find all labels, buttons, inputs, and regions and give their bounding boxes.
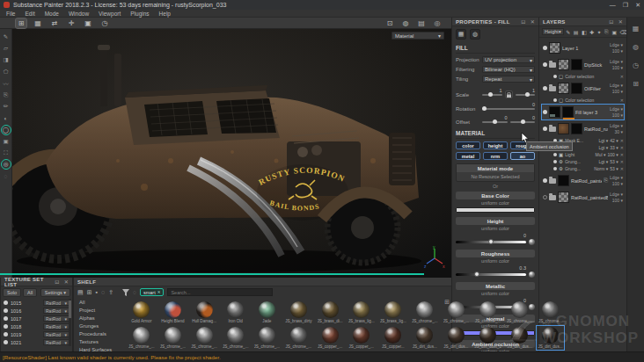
layer-row[interactable]: RatRod_paintedBody⎘Ldge ▾100 ▾ [541, 172, 625, 189]
effect-blend-select[interactable]: Lgt ▾ [598, 159, 608, 164]
layer-row[interactable]: Layer 1Ldge ▾100 ▾ [541, 40, 625, 56]
display-settings-icon[interactable]: ⊡ [384, 18, 395, 28]
pen-icon[interactable]: ✎ [566, 29, 570, 35]
texture-set-row[interactable]: 1018RatRod▾ [1, 322, 72, 330]
menu-item[interactable]: Window [69, 11, 89, 17]
layer-visibility-toggle[interactable] [543, 86, 547, 90]
shelf-material-item[interactable]: JS_brass_lig... [378, 300, 408, 325]
projection-dropdown[interactable]: UV projection▾ [482, 56, 535, 63]
shelf-category-item[interactable]: All [79, 299, 124, 307]
channel-header[interactable]: Roughness [456, 250, 535, 257]
refresh-icon[interactable]: ◌ [133, 289, 136, 295]
channel-header[interactable]: Base Color [456, 192, 535, 199]
shelf-category-item[interactable]: Project [79, 307, 124, 315]
layer-thumbnail[interactable] [571, 123, 582, 134]
symmetry-icon[interactable]: ⇄ [49, 18, 60, 28]
add-layer-icon[interactable]: ✚ [589, 29, 594, 35]
offset-x-slider[interactable]: 0 [482, 121, 508, 123]
shelf-material-item[interactable]: JS_brass_di... [316, 300, 345, 325]
camera-icon[interactable]: ◎ [432, 18, 443, 28]
shelf-material-item[interactable]: JS_chrome... [536, 300, 564, 325]
menu-item[interactable]: Edit [25, 11, 34, 17]
camera-toggle-icon[interactable]: ◎ [2, 160, 11, 169]
add-folder-icon[interactable]: ▣ [611, 29, 617, 35]
close-button[interactable]: ✕ [635, 2, 640, 9]
shelf-material-item[interactable]: JS_brass_dirty [283, 300, 313, 325]
shelf-material-item[interactable]: JS_chrome_... [410, 300, 440, 325]
texture-set-visibility-toggle[interactable] [4, 308, 8, 313]
remove-effect-button[interactable]: ✕ [620, 166, 625, 171]
shelf-material-item[interactable]: JS_dirt_dus... [410, 325, 440, 351]
color-swatch[interactable] [456, 207, 535, 213]
effect-name[interactable]: Light [565, 152, 593, 157]
shelf-material-item[interactable]: JS_chrome_... [283, 325, 313, 351]
polygon-fill-tool-icon[interactable]: ⬠ [2, 68, 11, 76]
grid-view-toggle-icon[interactable]: ⊞ [444, 299, 450, 306]
mannequin-icon[interactable]: ✛ [66, 18, 77, 28]
menu-item[interactable]: Viewport [99, 11, 121, 17]
blend-mode-select[interactable]: Ldge ▾ [610, 192, 623, 197]
blend-mode-select[interactable]: Ldge ▾ [610, 106, 623, 112]
scale-lock-button[interactable] [505, 90, 513, 98]
layer-thumbnail[interactable] [558, 83, 569, 94]
layer-thumbnail[interactable] [558, 192, 569, 203]
shelf-material-item[interactable]: Hull Damag... [189, 300, 219, 325]
texture-set-material-dropdown[interactable]: RatRod▾ [43, 315, 70, 322]
shelf-material-item[interactable]: JS_chrome_... [472, 300, 503, 325]
layer-effect-row[interactable]: ▢Color selection✕ [541, 73, 625, 80]
menu-item[interactable]: Help [159, 11, 171, 17]
effect-visibility-toggle[interactable] [553, 160, 557, 163]
shelf-category-item[interactable]: Textures [79, 338, 124, 346]
blend-mode-select[interactable]: Ldge ▾ [610, 123, 623, 128]
opacity-select[interactable]: 100 ▾ [612, 112, 623, 118]
display-settings-tab-icon[interactable]: ▦ [633, 25, 640, 33]
shelf-material-item[interactable]: JS_chrome_... [221, 325, 251, 351]
shelf-material-item[interactable]: JS_chrome_... [158, 325, 188, 351]
shelf-category-item[interactable]: Procedurals [79, 330, 124, 338]
scale-y-slider[interactable]: 1 [516, 94, 536, 96]
effect-blend-select[interactable]: Lgt ▾ [598, 138, 608, 143]
axis-gizmo[interactable]: y x z [423, 246, 446, 269]
channel-toggle-button[interactable]: metal [456, 152, 480, 160]
dock-icon[interactable]: ⊡ [521, 18, 525, 25]
dock-icon[interactable]: ⊡ [609, 18, 613, 25]
focus-icon[interactable]: ▣ [83, 18, 93, 28]
remove-effect-button[interactable]: ✕ [620, 74, 625, 79]
shelf-material-item[interactable]: JS_chrome_... [189, 325, 219, 351]
tiling-dropdown[interactable]: Repeat▾ [482, 76, 535, 83]
offset-y-slider[interactable]: 0 [510, 121, 536, 123]
save-shelf-icon[interactable]: ▪ [96, 289, 98, 296]
layer-thumbnail[interactable] [562, 106, 574, 118]
history-icon[interactable]: ◷ [99, 18, 110, 28]
layer-effect-row[interactable]: ▢Color selection✕ [541, 97, 625, 104]
layer-thumbnail[interactable] [549, 42, 560, 54]
effect-opacity-select[interactable]: 33 ▾ [610, 145, 618, 150]
add-panel-icon[interactable]: ⊞ [633, 80, 639, 88]
shelf-material-item[interactable]: JS_chrome_... [505, 300, 535, 325]
open-folder-icon[interactable]: ▤ [77, 289, 84, 296]
shelf-material-item[interactable]: JS_copper_... [347, 325, 377, 351]
texture-set-material-dropdown[interactable]: RatRod▾ [43, 308, 70, 314]
minimize-button[interactable]: — [610, 2, 616, 9]
opacity-select[interactable]: 100 ▾ [612, 198, 623, 203]
layer-visibility-toggle[interactable] [543, 178, 547, 183]
texture-set-visibility-toggle[interactable] [4, 300, 8, 305]
shelf-material-item[interactable]: Iron Old [221, 300, 251, 325]
rotation-snap-icon[interactable]: ◌ [2, 171, 11, 180]
layer-visibility-toggle[interactable] [543, 62, 547, 67]
hide-resource-icon[interactable]: ◌ [101, 289, 105, 296]
layer-row[interactable]: Fill layer 3Ldge ▾100 ▾ [541, 104, 625, 120]
value-slider[interactable] [456, 273, 526, 276]
layer-name[interactable]: OilFilter [584, 86, 608, 91]
clone-tool-icon[interactable]: ⎘ [2, 90, 11, 99]
material-mode-box[interactable]: Material mode No Resource Selected [456, 163, 535, 182]
layer-row[interactable]: RatRod_paintedBodyLdge ▾100 ▾ [541, 189, 625, 206]
dock-icon[interactable]: ⊡ [55, 279, 59, 285]
snapshot-icon[interactable]: ▣ [2, 137, 11, 146]
shelf-material-item[interactable]: Jade [252, 300, 282, 325]
texture-set-material-dropdown[interactable]: RatRod▾ [43, 331, 70, 337]
layer-name[interactable]: RatRod_paintedBody [571, 178, 602, 184]
blend-mode-select[interactable]: Ldge ▾ [610, 83, 623, 88]
eraser-tool-icon[interactable]: ▱ [2, 44, 11, 53]
fullscreen-icon[interactable]: ⛶ [2, 148, 11, 157]
